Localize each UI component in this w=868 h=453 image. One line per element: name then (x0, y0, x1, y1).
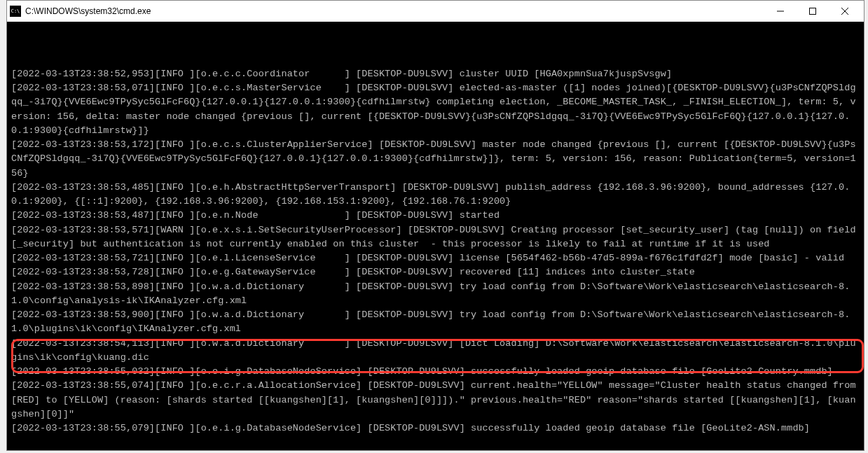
close-button[interactable] (829, 1, 861, 22)
log-line: [2022-03-13T23:38:53,900][INFO ][o.w.a.d… (11, 308, 860, 337)
terminal-output[interactable]: [2022-03-13T23:38:52,953][INFO ][o.e.c.c… (7, 22, 864, 450)
window-title: C:\WINDOWS\system32\cmd.exe (25, 6, 151, 16)
log-line: [2022-03-13T23:38:53,172][INFO ][o.e.c.s… (11, 138, 860, 181)
cmd-icon (10, 6, 21, 17)
log-line: [2022-03-13T23:38:53,898][INFO ][o.w.a.d… (11, 280, 860, 309)
log-line: [2022-03-13T23:38:53,721][INFO ][o.e.l.L… (11, 251, 860, 265)
svg-rect-1 (810, 8, 816, 15)
log-line: [2022-03-13T23:38:53,485][INFO ][o.e.h.A… (11, 181, 860, 209)
cmd-window: C:\WINDOWS\system32\cmd.exe [2022-03-13T… (6, 0, 864, 451)
log-line: [2022-03-13T23:38:53,071][INFO ][o.e.c.s… (11, 81, 860, 138)
log-line: [2022-03-13T23:38:55,032][INFO ][o.e.i.g… (11, 365, 860, 379)
log-line: [2022-03-13T23:38:53,487][INFO ][o.e.n.N… (11, 209, 860, 223)
log-line: [2022-03-13T23:38:55,074][INFO ][o.e.c.r… (11, 379, 860, 421)
log-line: [2022-03-13T23:38:54,113][INFO ][o.w.a.d… (11, 337, 860, 365)
titlebar[interactable]: C:\WINDOWS\system32\cmd.exe (7, 1, 864, 22)
minimize-icon (777, 8, 784, 15)
log-line: [2022-03-13T23:38:52,953][INFO ][o.e.c.c… (11, 67, 860, 81)
close-icon (841, 8, 848, 15)
maximize-button[interactable] (797, 1, 829, 22)
log-line: [2022-03-13T23:38:55,079][INFO ][o.e.i.g… (11, 421, 860, 435)
log-line: [2022-03-13T23:38:53,728][INFO ][o.e.g.G… (11, 265, 860, 279)
maximize-icon (809, 8, 816, 15)
log-line: [2022-03-13T23:38:53,571][WARN ][o.e.x.s… (11, 223, 860, 252)
minimize-button[interactable] (764, 1, 797, 22)
